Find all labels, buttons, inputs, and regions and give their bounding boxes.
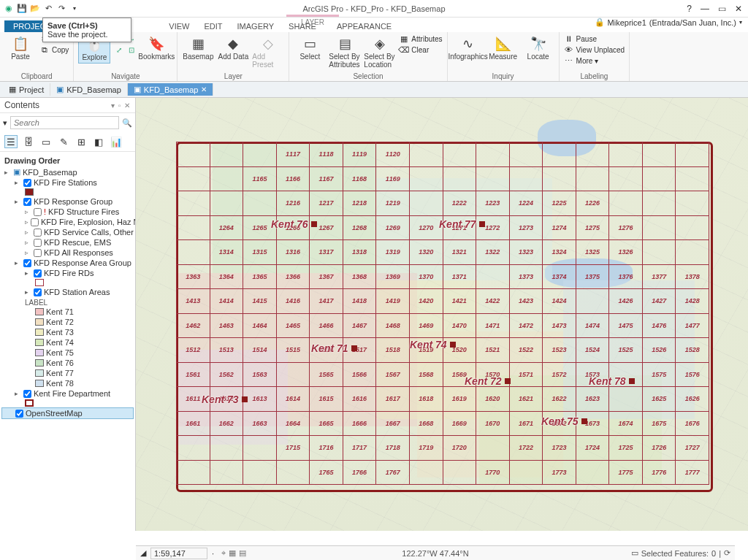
layer-checkbox[interactable] <box>23 179 31 187</box>
layer-all-responses[interactable]: ▹KFD All Responses <box>1 248 134 258</box>
fire-station-point <box>450 342 456 348</box>
layer-station-areas[interactable]: ▸KFD Station Areas <box>1 287 134 297</box>
minimize-icon[interactable]: — <box>701 4 709 14</box>
legend-item[interactable]: Kent 72 <box>1 317 134 327</box>
layer-rescue[interactable]: ▹KFD Rescue, EMS <box>1 237 134 248</box>
list-by-source-icon[interactable]: 🗄 <box>22 135 35 148</box>
maximize-icon[interactable]: ▭ <box>718 4 726 14</box>
select-by-attributes-button[interactable]: ▤Select By Attributes <box>329 34 361 70</box>
tab-edit[interactable]: EDIT <box>196 20 229 32</box>
layer-checkbox[interactable] <box>23 198 31 206</box>
list-by-editing-icon[interactable]: ✎ <box>57 135 70 148</box>
add-data-button[interactable]: ◆Add Data <box>217 34 249 62</box>
group-label: Labeling <box>564 72 625 80</box>
pause-labeling-button[interactable]: ⏸Pause <box>564 34 625 44</box>
close-tab-icon[interactable]: ✕ <box>201 85 207 93</box>
viewtab-project[interactable]: ▦Project <box>3 83 50 96</box>
paste-button[interactable]: 📋Paste <box>4 34 37 62</box>
snap-icon: ⌖ <box>221 548 226 557</box>
filter-icon[interactable]: ▾ <box>3 118 7 128</box>
copy-button[interactable]: ⧉Copy <box>39 45 69 55</box>
search-input[interactable] <box>10 116 119 129</box>
layer-checkbox[interactable] <box>34 208 42 216</box>
layer-checkbox[interactable] <box>34 288 42 296</box>
map-view[interactable]: 1117111811191120116511661167116811691216… <box>136 98 748 531</box>
legend-item[interactable]: Kent 78 <box>1 378 134 388</box>
legend-item[interactable]: Kent 71 <box>1 307 134 317</box>
undo-icon[interactable]: ↶ <box>42 3 54 15</box>
list-by-chart-icon[interactable]: 📊 <box>110 135 123 148</box>
layer-area-group[interactable]: ▸KFD Response Area Group <box>1 258 134 268</box>
user-dropdown-icon[interactable]: ▾ <box>739 19 742 26</box>
legend-item[interactable]: Kent 75 <box>1 348 134 358</box>
viewtab-basemap-2[interactable]: ▣KFD_Basemap✕ <box>128 83 214 96</box>
view-unplaced-button[interactable]: 👁View Unplaced <box>564 45 625 55</box>
list-by-snapping-icon[interactable]: ⊞ <box>75 135 88 148</box>
scale-combo[interactable]: 1:59,147 <box>150 548 207 559</box>
view-tabs: ▦Project ▣KFD_Basemap ▣KFD_Basemap✕ <box>0 82 748 98</box>
layer-fire-dept[interactable]: ▸Kent Fire Department <box>1 388 134 399</box>
layer-checkbox[interactable] <box>34 269 42 277</box>
bookmarks-button[interactable]: 🔖Bookmarks <box>140 34 172 62</box>
tab-appearance[interactable]: APPEARANCE <box>329 20 399 32</box>
add-preset-button[interactable]: ◇Add Preset <box>252 34 284 70</box>
close-icon[interactable]: ✕ <box>735 4 742 14</box>
pane-options-icon[interactable]: ▾ ▫ ✕ <box>111 101 131 110</box>
layer-fire-rds[interactable]: ▸KFD Fire RDs <box>1 268 134 278</box>
legend-item[interactable]: Kent 73 <box>1 327 134 337</box>
group-label: Layer <box>182 72 284 80</box>
list-by-drawing-icon[interactable]: ☰ <box>4 135 18 148</box>
viewtab-basemap-1[interactable]: ▣KFD_Basemap <box>50 83 128 96</box>
legend-item[interactable]: Kent 76 <box>1 358 134 368</box>
refresh-icon[interactable]: ⟳ <box>724 548 730 558</box>
layer-checkbox[interactable] <box>15 410 23 418</box>
layer-checkbox[interactable] <box>34 249 42 257</box>
pause-icon: ⏸ <box>564 34 574 44</box>
legend-item[interactable]: Kent 74 <box>1 337 134 348</box>
measure-button[interactable]: 📐Measure <box>487 34 519 62</box>
fire-rd-grid: 1117111811191120116511661167116811691216… <box>176 142 709 485</box>
layer-explosion[interactable]: ▹KFD Fire, Explosion, Haz Mat <box>1 217 134 227</box>
layer-service[interactable]: ▹KFD Service Calls, Other <box>1 227 134 237</box>
legend-label: LABEL <box>1 299 134 307</box>
redo-icon[interactable]: ↷ <box>56 3 67 15</box>
selection-count: ▭ Selected Features: 0 | ⟳ <box>631 548 730 558</box>
clear-button[interactable]: ⌫Clear <box>399 45 442 55</box>
symbol-fire-dept <box>1 399 134 407</box>
signed-in-user[interactable]: 🔒 Mikeprice1 (Entrada/San Juan, Inc.) ▾ <box>595 18 742 27</box>
list-by-selection-icon[interactable]: ▭ <box>39 135 53 148</box>
status-tools[interactable]: ⌖▦▤ <box>218 548 246 558</box>
layer-checkbox[interactable] <box>23 259 31 267</box>
infographics-button[interactable]: ∿Infographics <box>452 34 484 62</box>
nav-full-icon[interactable]: ⤢ <box>113 45 125 55</box>
help-icon[interactable]: ? <box>687 4 692 14</box>
layer-response-group[interactable]: ▸KFD Response Group <box>1 196 134 207</box>
layer-fire-stations[interactable]: ▸KFD Fire Stations <box>1 177 134 188</box>
symbol-fire-rds <box>1 278 134 287</box>
layer-openstreetmap[interactable]: OpenStreetMap <box>1 407 134 419</box>
tab-imagery[interactable]: IMAGERY <box>230 20 282 32</box>
layer-checkbox[interactable] <box>23 390 31 398</box>
select-button[interactable]: ▭Select <box>294 34 326 62</box>
more-labeling-button[interactable]: ⋯More ▾ <box>564 55 625 66</box>
tab-view[interactable]: VIEW <box>161 20 196 32</box>
open-icon[interactable]: 📂 <box>29 3 41 15</box>
status-bar: ◢ 1:59,147 · ⌖▦▤ 122.27°W 47.44°N ▭ Sele… <box>136 545 735 560</box>
list-by-labeling-icon[interactable]: ◧ <box>92 135 105 148</box>
nav-zoom-icon[interactable]: ⊡ <box>126 45 137 55</box>
attributes-button[interactable]: ▦Attributes <box>399 34 442 44</box>
search-icon[interactable]: 🔍 <box>122 118 132 128</box>
save-icon[interactable]: 💾 <box>16 3 28 15</box>
legend-item[interactable]: Kent 77 <box>1 368 134 378</box>
qat-dropdown-icon[interactable]: ▾ <box>69 3 80 15</box>
kent-label: Kent 74 <box>410 339 447 350</box>
locate-button[interactable]: 🔭Locate <box>522 34 554 62</box>
basemap-button[interactable]: ▦Basemap <box>182 34 214 62</box>
select-by-location-button[interactable]: ◈Select By Location <box>364 34 396 70</box>
layer-checkbox[interactable] <box>34 229 42 237</box>
map-icon: ▣ <box>13 167 20 177</box>
layer-checkbox[interactable] <box>34 239 42 247</box>
toc-map[interactable]: ▸▣KFD_Basemap <box>1 166 134 177</box>
layer-structure-fires[interactable]: ▹!KFD Structure Fires <box>1 207 134 217</box>
layer-checkbox[interactable] <box>31 218 39 226</box>
